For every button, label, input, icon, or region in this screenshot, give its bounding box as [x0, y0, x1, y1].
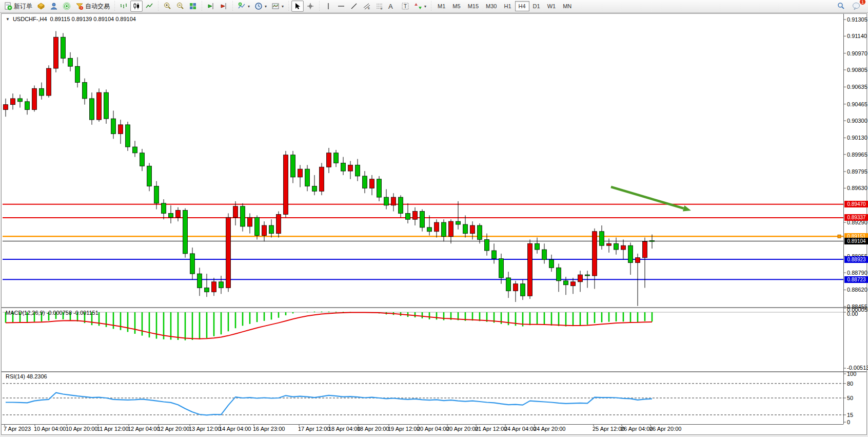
resistance-price-tag: 0.89470	[844, 201, 868, 207]
horizontal-line-tool-button[interactable]	[335, 1, 347, 12]
bearish-candle	[61, 37, 66, 58]
chevron-down-icon: ▾	[424, 4, 426, 9]
fibonacci-tool-button[interactable]: F	[373, 1, 386, 12]
price-tick-label: 0.88620	[847, 287, 867, 293]
crosshair-icon	[306, 2, 314, 10]
new-order-button[interactable]: 新订单	[2, 1, 34, 12]
bearish-candle	[356, 165, 360, 176]
bearish-candle	[542, 250, 547, 260]
arrows-icon	[414, 2, 422, 10]
timeframe-button-h1[interactable]: H1	[500, 1, 515, 11]
gold-cube-icon	[37, 2, 45, 10]
tile-windows-button[interactable]	[187, 1, 199, 12]
bearish-candle	[40, 88, 44, 96]
price-tick-label: 0.89965	[847, 151, 867, 158]
timeframe-button-m5[interactable]: M5	[449, 1, 464, 11]
toolbar-separator	[287, 1, 290, 11]
bearish-candle	[198, 274, 202, 288]
bearish-candle	[111, 119, 116, 134]
autotrade-label: 自动交易	[85, 2, 110, 11]
candle-chart-mode-button[interactable]	[130, 1, 143, 12]
bearish-candle	[384, 197, 389, 205]
market-watch-button[interactable]	[35, 1, 47, 12]
bullish-candle	[413, 212, 418, 220]
bullish-candle	[391, 197, 396, 205]
cursor-tool-button[interactable]	[291, 1, 304, 12]
timeframe-button-w1[interactable]: W1	[544, 1, 560, 11]
bearish-candle	[363, 176, 367, 188]
date-tick-label: 12 Apr 20:00	[157, 426, 189, 432]
autotrade-button[interactable]: 自动交易	[73, 1, 112, 12]
periods-button[interactable]: ▾	[252, 1, 269, 12]
timeframe-button-m15[interactable]: M15	[464, 1, 482, 11]
bullish-candle	[47, 68, 51, 96]
bearish-candle	[104, 92, 109, 119]
bearish-candle	[485, 239, 489, 251]
bearish-candle	[190, 254, 195, 274]
macd-signal-line	[6, 313, 652, 339]
templates-button[interactable]: ▾	[269, 1, 286, 12]
bar-chart-icon	[120, 2, 128, 10]
toolbar-separator	[318, 1, 321, 11]
bearish-candle	[291, 155, 295, 177]
bearish-candle	[25, 102, 30, 110]
timeframe-button-mn[interactable]: MN	[559, 1, 575, 11]
chart-shift-button[interactable]	[218, 1, 230, 12]
bullish-candle	[226, 217, 231, 288]
indicators-button[interactable]: ▾	[235, 1, 252, 12]
date-tick-label: 17 Apr 12:00	[298, 426, 330, 432]
bullish-candle	[643, 241, 647, 257]
date-tick-label: 19 Apr 12:00	[388, 426, 420, 432]
line-chart-mode-button[interactable]	[143, 1, 155, 12]
channel-tool-button[interactable]: E	[361, 1, 373, 12]
price-tick-label: 0.90130	[847, 135, 867, 141]
bearish-candle	[269, 225, 274, 234]
vertical-line-tool-button[interactable]	[322, 1, 334, 12]
bullish-candle	[348, 165, 353, 171]
notifications-button[interactable]: 1	[850, 1, 863, 12]
search-icon	[837, 2, 845, 10]
bearish-candle	[305, 169, 310, 186]
rsi-pane-divider[interactable]	[2, 371, 866, 372]
indicators-icon	[238, 2, 246, 10]
auto-scroll-button[interactable]	[205, 1, 217, 12]
date-tick-label: 16 Apr 23:00	[253, 426, 285, 432]
timeframe-button-m1[interactable]: M1	[434, 1, 449, 11]
bar-chart-mode-button[interactable]	[117, 1, 130, 12]
text-label-tool-button[interactable]: T	[399, 1, 411, 12]
bullish-candle	[621, 245, 626, 250]
bullish-candle	[571, 282, 576, 286]
date-tick-label: 26 Apr 20:00	[649, 426, 681, 432]
date-tick-label: 20 Apr 04:00	[417, 426, 449, 432]
price-tick-label: 0.90970	[847, 50, 867, 56]
timeframe-button-d1[interactable]: D1	[529, 1, 544, 11]
resistance-price-tag: 0.89337	[844, 214, 868, 221]
profile-button[interactable]	[48, 1, 60, 12]
bearish-candle	[585, 275, 590, 276]
bullish-candle	[578, 275, 583, 282]
text-tool-button[interactable]: A	[386, 1, 399, 12]
price-axis[interactable]	[843, 14, 844, 424]
zoom-out-button[interactable]	[174, 1, 186, 12]
date-tick-label: 12 Apr 04:00	[128, 426, 160, 432]
date-tick-label: 24 Apr 20:00	[534, 426, 565, 432]
macd-axis-min: -0.00513	[847, 365, 868, 371]
toolbar-separator	[201, 1, 203, 11]
bearish-candle	[18, 99, 23, 102]
signals-button[interactable]	[61, 1, 73, 12]
timeframe-button-m30[interactable]: M30	[482, 1, 500, 11]
trendline-tool-button[interactable]	[348, 1, 360, 12]
cursor-icon	[293, 2, 302, 10]
timeframe-button-h4[interactable]: H4	[515, 1, 529, 11]
svg-text:F: F	[381, 7, 383, 10]
search-button[interactable]	[835, 1, 847, 12]
chart-window[interactable]: ▼ USDCHF-,H4 0.89115 0.89139 0.89104 0.8…	[1, 13, 867, 435]
chevron-down-icon: ▾	[248, 4, 250, 9]
zoom-in-button[interactable]	[161, 1, 173, 12]
bearish-candle	[68, 58, 73, 66]
date-tick-label: 25 Apr 12:00	[593, 426, 624, 432]
bullish-candle	[636, 258, 640, 263]
macd-pane-divider[interactable]	[2, 307, 866, 308]
crosshair-tool-button[interactable]	[304, 1, 317, 12]
arrows-tool-button[interactable]: ▾	[412, 1, 428, 12]
